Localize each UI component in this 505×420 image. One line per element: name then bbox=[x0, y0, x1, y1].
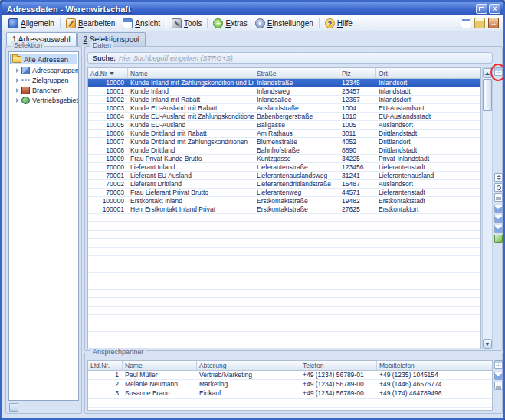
menu-separator bbox=[60, 18, 61, 28]
cell: 15487 bbox=[339, 180, 376, 188]
menu-item-extras[interactable]: Extras bbox=[209, 17, 251, 30]
table-row[interactable]: 3Susanne BraunEinkauf+49 (1234) 56789-00… bbox=[88, 389, 492, 399]
close-button[interactable]: × bbox=[489, 4, 500, 14]
table-row[interactable]: 10007Kunde Drittland mit Zahlungskonditi… bbox=[88, 138, 480, 146]
tree-item-branchen[interactable]: Branchen bbox=[9, 85, 78, 95]
selection-footer-icon[interactable] bbox=[9, 403, 18, 412]
table-row[interactable]: 10001Kunde InlandInlandsweg23457Inlandst… bbox=[88, 87, 480, 96]
cell: 44571 bbox=[339, 189, 376, 196]
search-box[interactable]: Suche: Hier Suchbegriff eingeben (STRG+S… bbox=[87, 52, 493, 64]
tree-item-alle-adressen[interactable]: Alle Adressen bbox=[10, 54, 77, 64]
mail-icon[interactable] bbox=[494, 372, 503, 380]
mail-icon-2[interactable] bbox=[494, 215, 503, 223]
table-row[interactable]: 10000Kunde Inland mit Zahlungskondition … bbox=[88, 79, 480, 87]
cell: Auslandsort bbox=[376, 121, 434, 129]
table-row[interactable]: 2Melanie NeumannMarketing+49 (1234) 5678… bbox=[88, 380, 492, 389]
expand-icon[interactable] bbox=[16, 68, 19, 73]
table-row[interactable]: 70002Lieferant DrittlandLieferantendritt… bbox=[88, 180, 480, 189]
cell: 10004 bbox=[88, 113, 128, 120]
selection-panel-title: Selektion bbox=[11, 41, 44, 49]
table-row[interactable]: 10002Kunde Inland mit RabattInlandsallee… bbox=[88, 96, 480, 104]
expand-icon[interactable] bbox=[16, 88, 19, 93]
cell: Auslandsort bbox=[376, 180, 434, 188]
tools-icon bbox=[172, 18, 182, 28]
table-row[interactable]: 10006Kunde Drittland mit RabattAm Rathau… bbox=[88, 130, 480, 138]
column-header-ad-nr[interactable]: Ad.Nr bbox=[88, 68, 128, 78]
cell: Lieferantenstadt bbox=[376, 189, 434, 196]
expand-icon[interactable] bbox=[16, 78, 19, 83]
tree-item-zielgruppen[interactable]: Zielgruppen bbox=[9, 75, 78, 85]
column-header-straße[interactable]: Straße bbox=[254, 68, 339, 78]
table-row[interactable]: 10005Kunde EU-AuslandBallgasse1005Auslan… bbox=[88, 121, 480, 130]
column-chooser-icon[interactable] bbox=[494, 360, 503, 369]
cell: Lieferantenstraße bbox=[254, 163, 339, 171]
table-row[interactable]: 10004Kunde EU-Ausland mit Zahlungskondit… bbox=[88, 113, 480, 121]
cell: Paul Müller bbox=[123, 371, 197, 379]
column-header-name[interactable]: Name bbox=[123, 361, 197, 370]
menu-item-tools[interactable]: Tools bbox=[168, 17, 205, 30]
cell: Marketing bbox=[197, 380, 300, 389]
scroll-thumb[interactable] bbox=[483, 79, 492, 111]
window-buttons: × bbox=[476, 4, 500, 14]
fit-columns-icon[interactable] bbox=[494, 173, 503, 182]
cell-filler bbox=[461, 389, 492, 398]
tree-item-vertriebsgebiete[interactable]: Vertriebsgebiete bbox=[9, 95, 78, 105]
app-window: Adressdaten - Warenwirtschaft × Allgemei… bbox=[0, 0, 505, 420]
column-header-name[interactable]: Name bbox=[128, 68, 254, 78]
menu-item-bearbeiten[interactable]: Bearbeiten bbox=[62, 17, 119, 30]
mail-icon[interactable] bbox=[474, 18, 485, 28]
column-header-telefon[interactable]: Telefon bbox=[300, 361, 377, 370]
cell: 10005 bbox=[88, 121, 128, 129]
cell: Lieferantenauslandsort bbox=[376, 172, 434, 179]
cell: Inlandsdorf bbox=[376, 96, 434, 103]
exit-icon[interactable] bbox=[488, 18, 499, 28]
expand-icon[interactable] bbox=[16, 98, 19, 103]
table-row[interactable]: 10003Kunde EU-Ausland mit RabattAuslands… bbox=[88, 104, 480, 113]
tree-item-adressgruppen[interactable]: Adressgruppen bbox=[9, 65, 78, 75]
menubar-items: AllgemeinBearbeitenAnsichtToolsExtrasEin… bbox=[2, 17, 356, 30]
mail-icon-1[interactable] bbox=[494, 205, 503, 213]
menu-item-hilfe[interactable]: Hilfe bbox=[321, 17, 356, 30]
column-header-filler bbox=[434, 68, 480, 78]
window-list-icon[interactable] bbox=[461, 18, 471, 28]
mail-icon-3[interactable] bbox=[494, 225, 503, 233]
print-icon[interactable] bbox=[494, 193, 503, 202]
empty-row bbox=[88, 273, 480, 281]
cell: Drittlandstadt bbox=[376, 146, 434, 154]
cell: Frau Lieferant Privat Brutto bbox=[128, 189, 254, 196]
cell: 27625 bbox=[339, 205, 376, 213]
export-icon[interactable] bbox=[494, 235, 503, 243]
cell-filler bbox=[461, 380, 492, 389]
column-header-plz[interactable]: Plz bbox=[339, 68, 376, 78]
cell-filler bbox=[434, 79, 480, 87]
table-row[interactable]: 10009Frau Privat Kunde BruttoKuntzgasse3… bbox=[88, 155, 480, 163]
cell: EU-Auslandsstadt bbox=[376, 113, 434, 120]
grid-scrollbar[interactable] bbox=[482, 67, 493, 349]
close-icon: × bbox=[493, 5, 497, 13]
zoom-icon[interactable] bbox=[494, 183, 503, 192]
table-row[interactable]: 100001Herr Erstkontakt Inland PrivatErst… bbox=[88, 205, 480, 214]
cell: 12367 bbox=[339, 96, 376, 103]
column-header-abteilung[interactable]: Abteilung bbox=[197, 361, 300, 370]
restore-button[interactable] bbox=[476, 4, 487, 14]
table-row[interactable]: 70001Lieferant EU AuslandLieferantenausl… bbox=[88, 172, 480, 180]
menu-item-ansicht[interactable]: Ansicht bbox=[119, 17, 164, 30]
table-row[interactable]: 70003Frau Lieferant Privat BruttoLiefera… bbox=[88, 189, 480, 197]
cell: Inlandsallee bbox=[254, 96, 339, 103]
print-icon[interactable] bbox=[494, 382, 503, 390]
table-row[interactable]: 70000Lieferant InlandLieferantenstraße12… bbox=[88, 163, 480, 172]
table-row[interactable]: 1Paul MüllerVertrieb/Marketing+49 (1234)… bbox=[88, 371, 492, 380]
menu-item-allgemein[interactable]: Allgemein bbox=[5, 17, 58, 30]
table-row[interactable]: 10008Kunde DrittlandBahnhofstraße8890Dri… bbox=[88, 146, 480, 155]
menu-item-einstellungen[interactable]: Einstellungen bbox=[251, 17, 317, 30]
empty-row bbox=[88, 399, 492, 408]
column-header-ort[interactable]: Ort bbox=[376, 68, 434, 78]
cell-filler bbox=[434, 121, 480, 129]
column-header-lfd-nr-[interactable]: Lfd.Nr. bbox=[88, 361, 123, 370]
einstellungen-icon bbox=[255, 18, 265, 28]
scroll-down-button[interactable] bbox=[483, 339, 492, 349]
column-header-mobiltelefon[interactable]: Mobiltelefon bbox=[377, 361, 461, 370]
search-label: Suche: bbox=[93, 54, 116, 62]
table-row[interactable]: 100000Erstkontakt InlandErstkontaktstraß… bbox=[88, 197, 480, 205]
cell: Kunde Inland mit Rabatt bbox=[128, 96, 254, 103]
